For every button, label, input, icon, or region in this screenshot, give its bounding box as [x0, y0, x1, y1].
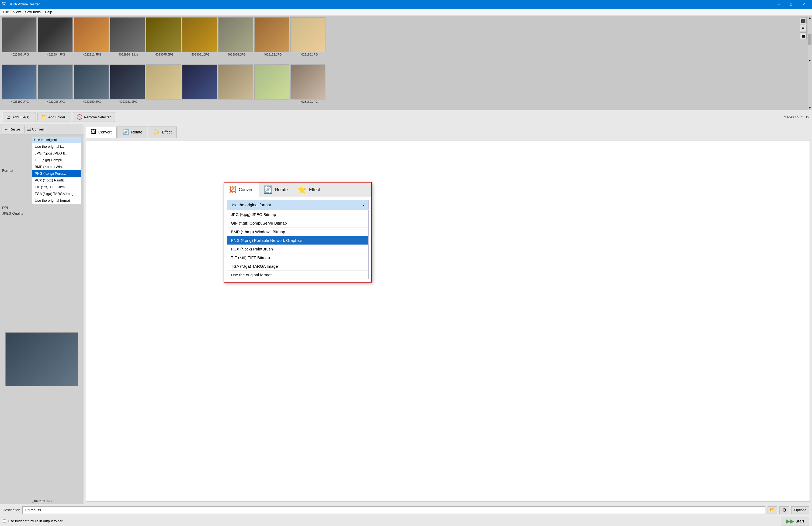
- big-dd-item-6[interactable]: TGA (*.tga) TARGA Image: [227, 262, 368, 271]
- menu-file[interactable]: File: [1, 10, 11, 15]
- thumbnail-6[interactable]: _4023081.JPG: [182, 17, 217, 61]
- thumbnail-11[interactable]: _4022983.JPG: [38, 65, 73, 109]
- thumbnail-7[interactable]: _4023085.JPG: [218, 17, 253, 61]
- big-tabs: 🖼 Convert 🔄 Rotate ⭐ Effect: [224, 183, 371, 197]
- dd-item-7[interactable]: TGA (*.tga) TARGA Image: [32, 190, 81, 197]
- menu-softorbits[interactable]: SoftOrbits: [23, 10, 43, 15]
- add-files-button[interactable]: 🗂 Add File(s)...: [3, 112, 36, 122]
- remove-icon: 🚫: [76, 114, 83, 120]
- dpi-row: DPI: [2, 206, 81, 210]
- big-dd-item-3[interactable]: PNG (*.png) Portable Network Graphics: [227, 236, 368, 245]
- resize-icon: ↔: [4, 127, 8, 131]
- tab-rotate[interactable]: 🔄 Rotate: [117, 126, 147, 138]
- big-tab-rotate[interactable]: 🔄 Rotate: [259, 183, 293, 197]
- big-convert-icon: 🖼: [229, 185, 236, 194]
- images-count: Images count: 19: [782, 115, 809, 119]
- destination-input[interactable]: [23, 506, 765, 514]
- dpi-label: DPI: [2, 206, 29, 210]
- convert-tab-button[interactable]: 🖼 Convert: [24, 125, 47, 133]
- toolbar: 🗂 Add File(s)... 📁 Add Folder... 🚫 Remov…: [0, 110, 812, 124]
- thumbnail-12[interactable]: _4023150.JPG: [74, 65, 109, 109]
- destination-bar: Destination 📂 ⚙ Options: [0, 504, 812, 516]
- thumbnail-5[interactable]: _4023075.JPG: [146, 17, 181, 61]
- big-dd-item-1[interactable]: GIF (*.gif) CompuServe Bitmap: [227, 219, 368, 228]
- effect-tab-icon: ✨: [153, 129, 160, 136]
- add-files-icon: 🗂: [6, 114, 11, 120]
- start-button[interactable]: ▶▶ Start: [781, 517, 809, 525]
- gallery-row1: _4022893.JPG _4022894.JPG _4022911.JPG _…: [0, 16, 812, 63]
- thumbnail-15[interactable]: [182, 65, 217, 109]
- convert-tab-title: Convert: [98, 130, 112, 134]
- thumb-label-11: _4022983.JPG: [45, 100, 65, 103]
- big-dd-item-5[interactable]: TIF (*.tif) TIFF Bitmap: [227, 253, 368, 262]
- dd-item-0[interactable]: Use the original f...: [32, 143, 81, 150]
- options-label: Options: [794, 508, 806, 512]
- big-dd-item-4[interactable]: PCX (*.pcx) PaintBrush: [227, 245, 368, 253]
- options-button[interactable]: Options: [791, 506, 809, 514]
- big-dropdown-header[interactable]: Use the original format ∨: [227, 200, 368, 210]
- tab-effect[interactable]: ✨ Effect: [148, 126, 177, 138]
- big-tab-convert[interactable]: 🖼 Convert: [224, 183, 259, 197]
- thumb-label-10: _4023190.JPG: [9, 100, 29, 103]
- dd-item-5[interactable]: PCX (*.pcx) PaintB...: [32, 177, 81, 184]
- thumbnail-4[interactable]: _4022926_1.jpg: [110, 17, 145, 61]
- format-form: Format Use the original f... Use the ori…: [0, 134, 84, 219]
- browse-button[interactable]: 📂: [768, 506, 777, 514]
- thumbnail-18[interactable]: _4023162.JPG: [290, 65, 325, 109]
- menu-help[interactable]: Help: [43, 10, 55, 15]
- big-rotate-icon: 🔄: [263, 185, 273, 194]
- dd-item-1[interactable]: JPG (*.jpg) JPEG B...: [32, 150, 81, 157]
- add-files-label: Add File(s)...: [12, 115, 32, 119]
- bottom-panel: ↔ Resize 🖼 Convert Format Use the origin…: [0, 124, 812, 504]
- big-tab-effect[interactable]: ⭐ Effect: [293, 183, 325, 197]
- dd-item-8[interactable]: Use the original format: [32, 197, 81, 204]
- app-title: Batch Picture Resizer: [9, 2, 773, 6]
- thumbnail-10[interactable]: _4023190.JPG: [2, 65, 37, 109]
- small-format-header[interactable]: Use the original f...: [32, 137, 81, 143]
- thumb-label-13: _4023151.JPG: [117, 100, 137, 103]
- gear-icon[interactable]: ⚙: [779, 506, 789, 514]
- tab-convert[interactable]: 🖼 Convert: [86, 126, 117, 138]
- dd-item-6[interactable]: TIF (*.tif) TIFF Bitm...: [32, 184, 81, 190]
- big-effect-label: Effect: [309, 187, 320, 192]
- thumbnail-3[interactable]: _4022911.JPG: [74, 17, 109, 61]
- maximize-button[interactable]: □: [785, 0, 797, 9]
- big-dd-item-0[interactable]: JPG (*.jpg) JPEG Bitmap: [227, 210, 368, 219]
- convert-tab-icon: 🖼: [91, 129, 97, 136]
- folder-structure-row: Use folder structure in output folder: [3, 519, 62, 523]
- big-dropdown-content: Use the original format ∨ JPG (*.jpg) JP…: [224, 197, 371, 282]
- big-dd-item-2[interactable]: BMP (*.bmp) Windows Bitmap: [227, 228, 368, 236]
- big-dd-item-7[interactable]: Use the original format: [227, 271, 368, 279]
- tab-content: [86, 140, 810, 502]
- add-folder-button[interactable]: 📁 Add Folder...: [38, 112, 72, 122]
- menu-view[interactable]: View: [11, 10, 23, 15]
- format-row: Format Use the original f... Use the ori…: [2, 137, 81, 204]
- close-button[interactable]: ✕: [797, 0, 810, 9]
- thumbnail-17[interactable]: [254, 65, 289, 109]
- dd-item-3[interactable]: BMP (*.bmp) Win...: [32, 164, 81, 170]
- gallery-scrollbar[interactable]: ▲ ▼: [808, 16, 812, 63]
- folder-structure-checkbox[interactable]: [3, 519, 6, 523]
- thumbnail-9[interactable]: _4023180.JPG: [290, 17, 325, 61]
- thumbnail-14[interactable]: [146, 65, 181, 109]
- thumbnail-1[interactable]: _4022893.JPG: [2, 17, 37, 61]
- minimize-button[interactable]: ─: [773, 0, 785, 9]
- resize-tab-button[interactable]: ↔ Resize: [2, 125, 23, 133]
- thumbnail-2[interactable]: _4022894.JPG: [38, 17, 73, 61]
- view-btn-2[interactable]: ≡: [800, 25, 807, 32]
- gallery-scrollbar-2[interactable]: ▼: [808, 63, 812, 110]
- convert-small-icon: 🖼: [27, 127, 31, 131]
- view-btn-1[interactable]: ⬛: [800, 17, 807, 24]
- remove-selected-button[interactable]: 🚫 Remove Selected: [73, 112, 115, 122]
- selected-image-label: _4023163.JPG: [0, 500, 84, 504]
- format-dropdown-container[interactable]: Use the original f... Use the original f…: [32, 137, 81, 204]
- thumbnail-13[interactable]: _4023151.JPG: [110, 65, 145, 109]
- view-btn-3[interactable]: ▦: [800, 32, 807, 39]
- chevron-down-icon: ∨: [362, 202, 365, 207]
- selected-label-text: _4023163.JPG: [32, 500, 52, 503]
- big-rotate-label: Rotate: [275, 187, 288, 192]
- thumbnail-16[interactable]: [218, 65, 253, 109]
- dd-item-4[interactable]: PNG (*.png) Porta...: [32, 170, 81, 177]
- thumbnail-8[interactable]: _4023172.JPG: [254, 17, 289, 61]
- dd-item-2[interactable]: GIF (*.gif) Compu...: [32, 157, 81, 164]
